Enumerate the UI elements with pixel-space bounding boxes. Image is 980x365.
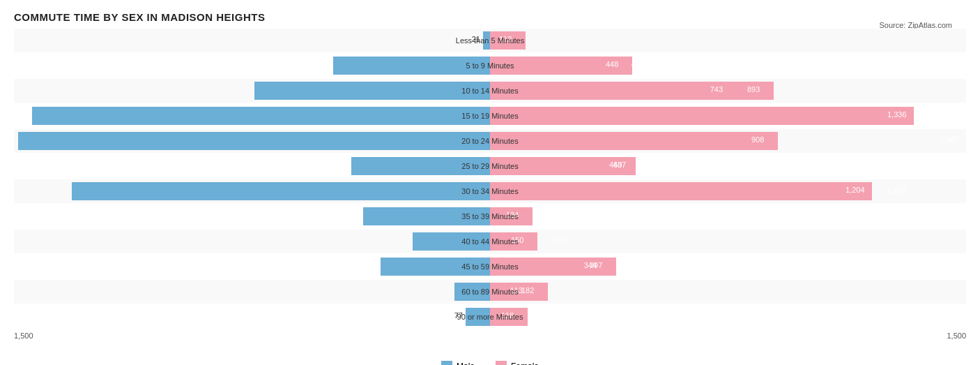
value-female: 397	[590, 261, 602, 269]
row-label: 15 to 19 Minutes	[461, 104, 518, 128]
table-row: 10 to 14 Minutes743893	[14, 79, 966, 103]
row-label: 30 to 34 Minutes	[461, 179, 518, 203]
bar-female	[490, 182, 872, 200]
row-label: 90 or more Minutes	[457, 305, 523, 329]
table-row: 15 to 19 Minutes1,4431,336	[14, 104, 966, 128]
bar-female	[490, 107, 914, 125]
table-row: 60 to 89 Minutes113182	[14, 280, 966, 304]
chart-area: Less than 5 Minutes211125 to 9 Minutes49…	[14, 29, 966, 340]
axis-left-label: 1,500	[14, 332, 33, 340]
value-male: 1,443	[926, 110, 945, 119]
legend-male-box	[441, 361, 452, 365]
bar-male	[254, 82, 490, 100]
legend-female-box	[496, 361, 507, 365]
table-row: 90 or more Minutes77118	[14, 305, 966, 329]
bars-container: Less than 5 Minutes211125 to 9 Minutes49…	[14, 29, 966, 329]
value-female: 460	[609, 161, 622, 169]
value-male: 1,318	[886, 186, 905, 194]
row-label: 20 to 24 Minutes	[461, 129, 518, 153]
legend-female-label: Female	[511, 362, 539, 365]
bar-female	[490, 132, 778, 150]
row-label: 5 to 9 Minutes	[466, 54, 514, 77]
value-male: 243	[552, 236, 565, 244]
value-male: 743	[710, 85, 723, 94]
table-row: 45 to 59 Minutes344397	[14, 255, 966, 278]
row-label: Less than 5 Minutes	[456, 29, 524, 52]
chart-title: COMMUTE TIME BY SEX IN MADISON HEIGHTS	[14, 11, 966, 23]
row-label: 40 to 44 Minutes	[461, 230, 518, 253]
table-row: 5 to 9 Minutes494448	[14, 54, 966, 77]
value-male: 1,487	[940, 135, 959, 144]
row-label: 35 to 39 Minutes	[461, 204, 518, 228]
row-label: 25 to 29 Minutes	[461, 154, 518, 178]
table-row: 35 to 39 Minutes399134	[14, 204, 966, 228]
value-female: 182	[521, 286, 534, 295]
x-axis: 1,500 1,500	[14, 332, 966, 340]
legend-male-label: Male	[457, 362, 475, 365]
legend: Male Female	[14, 361, 966, 365]
bar-male	[18, 132, 490, 150]
value-male: 494	[631, 60, 644, 68]
row-label: 45 to 59 Minutes	[461, 255, 518, 278]
bar-male	[72, 182, 490, 200]
table-row: 40 to 44 Minutes243150	[14, 230, 966, 253]
legend-female: Female	[496, 361, 539, 365]
row-label: 10 to 14 Minutes	[461, 79, 518, 103]
table-row: Less than 5 Minutes21112	[14, 29, 966, 52]
row-label: 60 to 89 Minutes	[461, 280, 518, 304]
value-female: 448	[606, 60, 618, 68]
value-female: 1,204	[845, 186, 865, 194]
bar-female	[490, 82, 774, 100]
table-row: 25 to 29 Minutes437460	[14, 154, 966, 178]
table-row: 20 to 24 Minutes1,487908	[14, 129, 966, 153]
value-female: 893	[747, 85, 760, 94]
legend-male: Male	[441, 361, 475, 365]
bar-male	[32, 107, 490, 125]
table-row: 30 to 34 Minutes1,3181,204	[14, 179, 966, 203]
value-male: 399	[602, 211, 614, 219]
value-female: 1,336	[887, 110, 907, 119]
value-female: 908	[751, 135, 764, 144]
axis-right-label: 1,500	[947, 332, 966, 340]
